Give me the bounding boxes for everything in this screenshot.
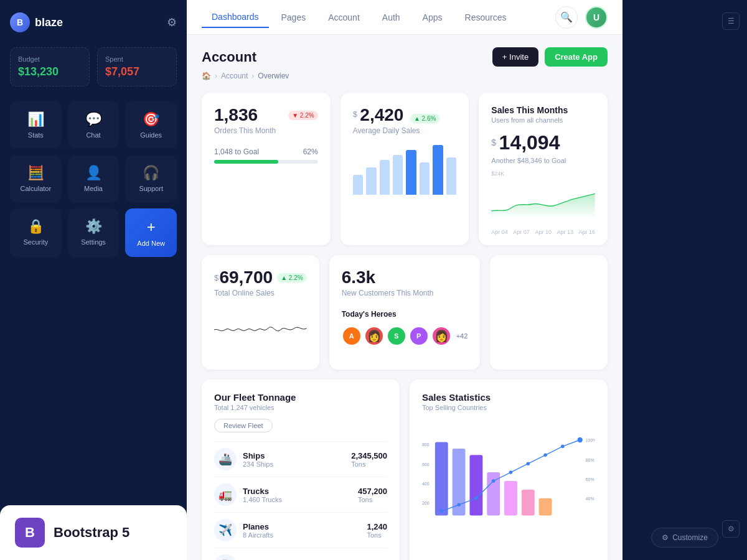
- settings-label: Settings: [81, 238, 106, 246]
- sidebar-item-chat[interactable]: 💬 Chat: [68, 101, 120, 149]
- svg-text:400: 400: [422, 482, 430, 486]
- bootstrap-icon: B: [15, 518, 45, 548]
- fleet-row-ships: 🚢 Ships 234 Ships 2,345,500 Tons: [214, 441, 387, 477]
- sales-stats-chart: 800 600 400 200: [422, 419, 595, 543]
- planes-value: 1,240: [367, 522, 387, 531]
- sales-prefix: $: [491, 138, 496, 147]
- calculator-icon: 🧮: [27, 165, 44, 181]
- sidebar-item-support[interactable]: 🎧 Support: [125, 155, 177, 202]
- budget-label: Budget: [18, 55, 82, 63]
- sidebar-item-add-new[interactable]: + Add New: [125, 208, 177, 257]
- daily-sales-card: $ 2,420 ▲ 2.6% Average Daily Sales: [341, 93, 469, 245]
- svg-point-14: [492, 479, 496, 483]
- nav-link-dashboards[interactable]: Dashboards: [202, 7, 269, 28]
- orders-label: Orders This Month: [214, 126, 318, 135]
- logo-text: blaze: [35, 16, 63, 29]
- orders-goal-pct: 62%: [303, 147, 318, 156]
- stats-label: Stats: [28, 131, 44, 139]
- breadcrumb-home[interactable]: 🏠: [202, 72, 211, 80]
- user-avatar[interactable]: U: [585, 6, 608, 29]
- sidebar-item-media[interactable]: 👤 Media: [68, 155, 120, 202]
- second-stats-row: $ 69,700 ▲ 2.2% Total Online Sales 6.3k …: [202, 255, 608, 370]
- daily-sales-prefix: $: [353, 110, 357, 119]
- hero-avatar-1: A: [342, 326, 362, 346]
- spent-value: $7,057: [105, 65, 169, 78]
- right-panel-settings[interactable]: ⚙: [722, 520, 740, 538]
- logo-icon: B: [10, 12, 30, 32]
- calculator-label: Calculator: [21, 185, 52, 192]
- trucks-name: Trucks: [243, 487, 282, 496]
- right-panel: ☰ ⚙ ⚙ Customize: [622, 0, 747, 560]
- fleet-sub: Total 1,247 vehicles: [214, 404, 387, 411]
- online-sales-label: Total Online Sales: [214, 289, 307, 297]
- right-panel-toggle[interactable]: ☰: [722, 12, 740, 30]
- ships-unit: Tons: [351, 460, 387, 468]
- logo-area: B blaze: [10, 12, 63, 32]
- svg-point-18: [561, 445, 565, 449]
- breadcrumb-account[interactable]: Account: [221, 72, 248, 80]
- svg-text:40%: 40%: [586, 497, 594, 501]
- guides-icon: 🎯: [143, 111, 159, 128]
- nav-link-resources[interactable]: Resources: [455, 7, 517, 27]
- online-sales-card: $ 69,700 ▲ 2.2% Total Online Sales: [202, 255, 319, 370]
- page-content: Account + Invite Create App 🏠 › Account …: [187, 35, 622, 560]
- hero-avatar-3: S: [387, 326, 406, 346]
- sales-month-value: 14,094: [499, 131, 560, 154]
- add-new-icon: +: [147, 218, 156, 236]
- orders-value: 1,836: [214, 105, 258, 125]
- sidebar-item-stats[interactable]: 📊 Stats: [10, 101, 62, 149]
- sidebar-item-guides[interactable]: 🎯 Guides: [125, 101, 177, 149]
- planes-count: 8 Aircrafts: [243, 531, 273, 539]
- heroes-row: A 👩 S P 👩 +42: [342, 326, 468, 346]
- daily-sales-chart: [353, 145, 457, 195]
- ships-name: Ships: [243, 451, 273, 460]
- nav-link-apps[interactable]: Apps: [413, 7, 453, 27]
- header-actions: + Invite Create App: [492, 47, 608, 67]
- fleet-row-planes: ✈️ Planes 8 Aircrafts 1,240 Tons: [214, 512, 387, 548]
- media-icon: 👤: [85, 165, 102, 181]
- stats-icon: 📊: [27, 111, 44, 128]
- svg-text:60%: 60%: [586, 477, 594, 482]
- settings-icon: ⚙️: [85, 218, 102, 235]
- stats-grid: 1,836 ▼ 2.2% Orders This Month 1,048 to …: [202, 93, 608, 245]
- page-title: Account: [202, 49, 256, 65]
- trains-icon: 🚂: [214, 554, 237, 560]
- sales-month-card: Sales This Months Users from all channel…: [479, 93, 608, 245]
- fleet-row-trains: 🚂 Trains 804,300: [214, 548, 387, 560]
- nav-link-pages[interactable]: Pages: [271, 7, 316, 27]
- ships-value: 2,345,500: [351, 451, 387, 460]
- sidebar-item-settings[interactable]: ⚙️ Settings: [68, 208, 120, 257]
- review-fleet-button[interactable]: Review Fleet: [214, 419, 273, 432]
- svg-text:600: 600: [422, 462, 430, 467]
- svg-point-16: [526, 462, 530, 465]
- sales-stats-card: Sales Statistics Top Selling Countries 8…: [410, 380, 608, 560]
- sidebar-item-security[interactable]: 🔒 Security: [10, 208, 62, 257]
- orders-goal-text: 1,048 to Goal: [214, 147, 259, 156]
- orders-card: 1,836 ▼ 2.2% Orders This Month 1,048 to …: [202, 93, 331, 245]
- trucks-unit: Tons: [358, 496, 387, 503]
- nav-right: 🔍 U: [555, 6, 608, 29]
- nav-link-account[interactable]: Account: [318, 7, 370, 27]
- menu-icon[interactable]: ⚙: [167, 16, 177, 29]
- customize-button[interactable]: ⚙ Customize: [651, 528, 718, 548]
- main-content: Dashboards Pages Account Auth Apps Resou…: [187, 0, 622, 560]
- breadcrumb-current: Overwiev: [258, 72, 289, 80]
- sidebar-item-calculator[interactable]: 🧮 Calculator: [10, 155, 62, 202]
- grid-row-3: 🔒 Security ⚙️ Settings + Add New: [10, 208, 177, 257]
- search-button[interactable]: 🔍: [555, 6, 578, 29]
- nav-links: Dashboards Pages Account Auth Apps Resou…: [202, 7, 516, 28]
- invite-button[interactable]: + Invite: [492, 47, 538, 67]
- svg-rect-10: [539, 498, 552, 516]
- fleet-row-trucks: 🚛 Trucks 1,460 Trucks 457,200 Tons: [214, 477, 387, 512]
- planes-icon: ✈️: [214, 519, 237, 541]
- create-app-button[interactable]: Create App: [545, 47, 608, 67]
- svg-text:200: 200: [422, 501, 430, 505]
- hero-avatar-4: P: [409, 326, 429, 346]
- trucks-icon: 🚛: [214, 483, 237, 506]
- top-nav: Dashboards Pages Account Auth Apps Resou…: [187, 0, 622, 35]
- bootstrap-label: Bootstrap 5: [54, 525, 129, 541]
- svg-text:80%: 80%: [586, 458, 594, 462]
- spent-card: Spent $7,057: [97, 47, 177, 86]
- guides-label: Guides: [140, 131, 162, 139]
- nav-link-auth[interactable]: Auth: [372, 7, 410, 27]
